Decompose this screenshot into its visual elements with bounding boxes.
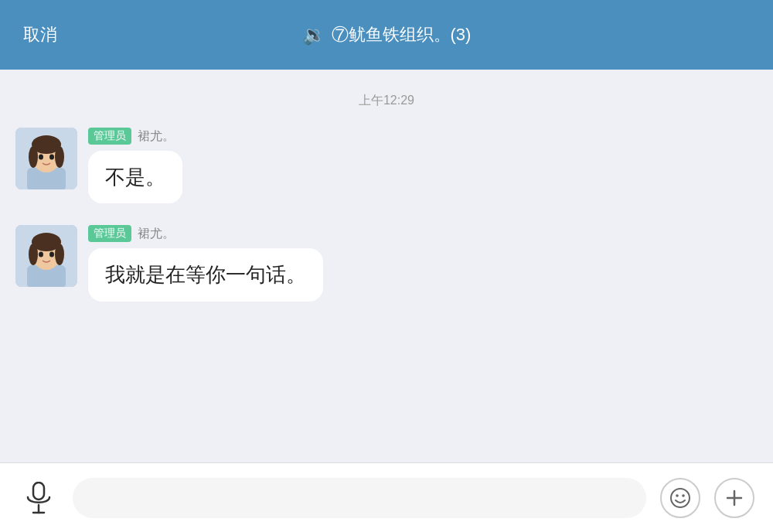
svg-point-17: [49, 252, 54, 257]
message-row: 管理员 裙尤。 不是。: [15, 128, 758, 203]
svg-point-5: [29, 146, 38, 168]
message-bubble: 不是。: [88, 151, 182, 203]
message-content: 管理员 裙尤。 我就是在等你一句话。: [88, 225, 323, 301]
add-button[interactable]: [714, 478, 754, 518]
sender-row: 管理员 裙尤。: [88, 225, 323, 242]
svg-point-21: [671, 489, 690, 507]
admin-badge: 管理员: [88, 225, 131, 242]
admin-badge: 管理员: [88, 128, 131, 145]
svg-point-23: [682, 494, 685, 497]
svg-point-16: [39, 252, 43, 257]
emoji-button[interactable]: [660, 478, 700, 518]
message-bubble: 我就是在等你一句话。: [88, 248, 323, 301]
mic-button[interactable]: [19, 478, 59, 518]
input-bar: [0, 462, 773, 532]
svg-rect-18: [33, 483, 44, 500]
group-name-title: ⑦鱿鱼铁组织。(3): [332, 23, 472, 46]
sender-name: 裙尤。: [138, 226, 175, 242]
svg-point-22: [676, 494, 679, 497]
svg-point-6: [55, 146, 64, 168]
message-timestamp: 上午12:29: [15, 93, 758, 109]
bell-icon: 🔉: [302, 24, 325, 46]
avatar: [15, 128, 77, 189]
header-title: 🔉 ⑦鱿鱼铁组织。(3): [85, 23, 688, 46]
message-input[interactable]: [73, 478, 646, 518]
svg-point-8: [49, 155, 54, 160]
sender-row: 管理员 裙尤。: [88, 128, 182, 145]
message-row: 管理员 裙尤。 我就是在等你一句话。: [15, 225, 758, 301]
svg-point-14: [29, 244, 38, 265]
svg-point-7: [39, 155, 43, 160]
sender-name: 裙尤。: [138, 128, 175, 145]
message-content: 管理员 裙尤。 不是。: [88, 128, 182, 203]
chat-area: 上午12:29: [0, 70, 773, 462]
svg-point-15: [55, 244, 64, 265]
header: 取消 🔉 ⑦鱿鱼铁组织。(3): [0, 0, 773, 70]
avatar: [15, 225, 77, 287]
cancel-button[interactable]: 取消: [23, 23, 85, 46]
